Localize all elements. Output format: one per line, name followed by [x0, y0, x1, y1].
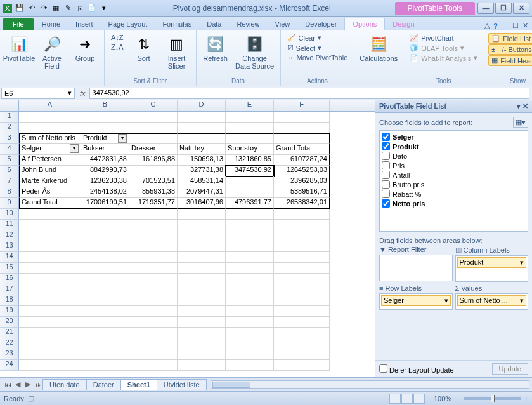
cell[interactable] — [226, 317, 274, 328]
tab-nav-first-icon[interactable]: ⏮ — [3, 381, 13, 388]
cell[interactable] — [19, 306, 81, 317]
cell[interactable]: Alf Pettersen — [19, 155, 81, 166]
cell[interactable] — [274, 123, 330, 133]
workbook-minimize-icon[interactable]: — — [502, 22, 509, 30]
cell[interactable] — [274, 112, 330, 123]
col-header[interactable]: A — [19, 100, 81, 111]
tab-formulas[interactable]: Formulas — [155, 18, 199, 30]
cell[interactable] — [81, 230, 129, 241]
cell[interactable]: 701523,51 — [129, 176, 178, 187]
tab-design[interactable]: Design — [385, 18, 422, 30]
cell[interactable]: 5389516,71 — [274, 187, 330, 198]
cell[interactable]: Bukser — [81, 144, 129, 155]
cell[interactable] — [226, 220, 274, 230]
cell[interactable]: 2079447,31 — [178, 187, 226, 198]
row-header[interactable]: 21 — [0, 328, 19, 338]
cell[interactable] — [129, 306, 178, 317]
field-list[interactable]: SelgerProduktDatoPrisAntallBrutto prisRa… — [379, 130, 528, 232]
cell[interactable] — [178, 209, 226, 220]
row-header[interactable]: 17 — [0, 284, 19, 295]
row-header[interactable]: 19 — [0, 306, 19, 317]
cell[interactable] — [226, 263, 274, 274]
row-header[interactable]: 9 — [0, 198, 19, 209]
close-button[interactable]: ✕ — [513, 3, 529, 14]
row-header[interactable]: 18 — [0, 295, 19, 306]
cell[interactable] — [226, 187, 274, 198]
field-list-item[interactable]: Rabatt % — [381, 189, 526, 199]
cell[interactable] — [129, 133, 178, 144]
cell[interactable] — [226, 209, 274, 220]
zoom-slider[interactable] — [464, 397, 521, 400]
change-data-source-button[interactable]: 🗄️Change Data Source — [233, 33, 276, 71]
cell[interactable] — [129, 360, 178, 371]
cell[interactable] — [226, 349, 274, 360]
cell[interactable] — [178, 328, 226, 338]
row-labels-drop[interactable]: Selger▾ — [379, 293, 453, 310]
cell[interactable] — [81, 112, 129, 123]
undo-icon[interactable]: ↶ — [27, 3, 37, 13]
defer-update-checkbox[interactable]: Defer Layout Update — [379, 364, 454, 374]
cell[interactable] — [226, 230, 274, 241]
select-button[interactable]: ☑Select ▾ — [285, 43, 351, 53]
workbook-close-icon[interactable]: ✕ — [522, 22, 528, 30]
move-pivot-button[interactable]: ↔Move PivotTable — [285, 53, 351, 62]
cell[interactable] — [274, 349, 330, 360]
cell[interactable] — [226, 252, 274, 263]
cell[interactable] — [274, 220, 330, 230]
insert-slicer-button[interactable]: ▥Insert Slicer — [162, 33, 192, 71]
row-header[interactable]: 23 — [0, 349, 19, 360]
layout-options-button[interactable]: ▦▾ — [513, 117, 528, 128]
pivotchart-button[interactable]: 📈PivotChart — [407, 33, 480, 43]
select-all-corner[interactable] — [0, 100, 19, 111]
col-header[interactable]: D — [178, 100, 226, 111]
cell[interactable] — [129, 349, 178, 360]
calculations-button[interactable]: 🧮Calculations — [358, 33, 399, 63]
cell[interactable] — [274, 252, 330, 263]
tab-insert[interactable]: Insert — [68, 18, 101, 30]
row-header[interactable]: 24 — [0, 360, 19, 371]
cell[interactable]: 4796391,77 — [226, 198, 274, 209]
cell[interactable]: 3474530,92 — [226, 166, 274, 176]
field-list-item[interactable]: Antall — [381, 170, 526, 180]
group-button[interactable]: ➜Group — [70, 33, 100, 63]
cell[interactable] — [178, 274, 226, 284]
row-header[interactable]: 8 — [0, 187, 19, 198]
cell[interactable] — [178, 241, 226, 252]
tab-view[interactable]: View — [268, 18, 298, 30]
cell[interactable] — [129, 274, 178, 284]
excel-icon[interactable]: X — [3, 3, 13, 13]
tab-nav-next-icon[interactable]: ▶ — [23, 380, 33, 388]
olap-tools-button[interactable]: 🧊OLAP Tools ▾ — [407, 43, 480, 53]
qat-item-icon[interactable]: ⎘ — [75, 3, 85, 13]
cell[interactable] — [19, 360, 81, 371]
cell[interactable] — [274, 263, 330, 274]
cells-area[interactable]: Sum of Netto prisProdukt▾Selger▾BukserDr… — [19, 112, 330, 371]
cell[interactable] — [274, 241, 330, 252]
cell[interactable] — [226, 176, 274, 187]
cell[interactable] — [226, 338, 274, 349]
tab-page-layout[interactable]: Page Layout — [101, 18, 155, 30]
redo-icon[interactable]: ↷ — [39, 3, 49, 13]
cell[interactable] — [178, 295, 226, 306]
minimize-ribbon-icon[interactable]: △ — [484, 22, 490, 30]
row-header[interactable]: 3 — [0, 133, 19, 144]
cell[interactable]: 855931,38 — [129, 187, 178, 198]
cell[interactable]: 1719351,77 — [129, 198, 178, 209]
fx-icon[interactable]: fx — [76, 90, 89, 97]
tab-home[interactable]: Home — [34, 18, 68, 30]
filter-dropdown-icon[interactable]: ▾ — [118, 134, 127, 143]
cell[interactable] — [129, 338, 178, 349]
cell[interactable] — [178, 112, 226, 123]
row-header[interactable]: 12 — [0, 230, 19, 241]
tab-review[interactable]: Review — [229, 18, 267, 30]
macro-record-icon[interactable]: ▢ — [28, 394, 34, 402]
cell[interactable] — [81, 209, 129, 220]
cell[interactable] — [19, 284, 81, 295]
cell[interactable]: Produkt▾ — [81, 133, 129, 144]
tab-options[interactable]: Options — [344, 18, 385, 30]
cell[interactable] — [129, 241, 178, 252]
row-header[interactable]: 4 — [0, 144, 19, 155]
pivottable-button[interactable]: 📊PivotTable — [4, 33, 34, 63]
field-chip[interactable]: Selger▾ — [381, 295, 451, 306]
cell[interactable] — [129, 284, 178, 295]
